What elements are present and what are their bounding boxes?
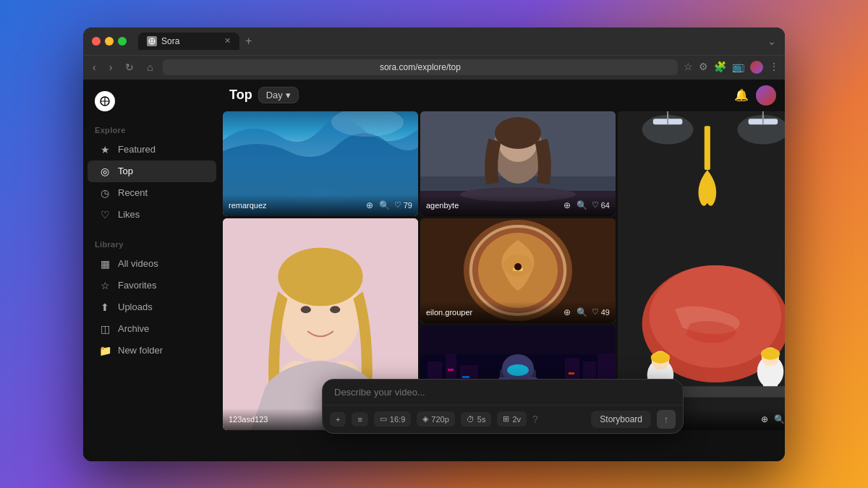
sidebar-item-top[interactable]: ◎ Top: [88, 160, 216, 182]
nav-home-button[interactable]: ⌂: [143, 59, 156, 75]
traffic-lights: [92, 37, 127, 46]
storyboard-button[interactable]: Storyboard: [591, 411, 651, 428]
sidebar-item-uploads[interactable]: ⬆ Uploads: [88, 296, 216, 318]
sidebar-item-uploads-label: Uploads: [118, 301, 153, 312]
archive-icon: ◫: [99, 323, 111, 335]
video-username-remarquez: remarquez: [229, 201, 362, 210]
video-card-agenbyte[interactable]: agenbyte ⊕ 🔍 ♡ 64: [420, 111, 616, 216]
tab-title: Sora: [161, 36, 179, 46]
resolution-button[interactable]: ◈ 720p: [417, 411, 454, 427]
window-collapse-icon[interactable]: ⌄: [767, 35, 776, 47]
plus-icon: +: [336, 415, 340, 424]
nav-back-button[interactable]: ‹: [89, 59, 100, 75]
more-icon[interactable]: ⋮: [769, 61, 779, 74]
sidebar-item-new-folder-label: New folder: [118, 345, 163, 356]
nav-forward-button[interactable]: ›: [106, 59, 116, 75]
all-videos-icon: ▦: [99, 258, 111, 270]
text-tool-button[interactable]: ≡: [352, 412, 367, 427]
app-logo[interactable]: [83, 88, 221, 123]
favorites-icon: ☆: [99, 280, 111, 291]
video-overlay-remarquez: remarquez ⊕ 🔍 ♡ 79: [223, 194, 418, 216]
svg-point-28: [651, 351, 670, 363]
video-save-icon-agenbyte[interactable]: ⊕: [562, 199, 572, 212]
add-button[interactable]: +: [330, 412, 346, 427]
minimize-button[interactable]: [105, 37, 114, 46]
bookmark-icon[interactable]: ☆: [684, 61, 693, 74]
likes-count-5: 49: [601, 308, 610, 317]
video-search-icon-remarquez[interactable]: 🔍: [378, 199, 391, 212]
address-bar: ‹ › ↻ ⌂ ☆ ⚙ 🧩 📺 ⋮: [83, 55, 785, 80]
title-bar: Sora ✕ + ⌄: [83, 27, 785, 55]
main-topbar: Top Day ▾ 🔔: [221, 80, 785, 111]
sidebar-item-all-videos[interactable]: ▦ All videos: [88, 253, 216, 275]
duration-button[interactable]: ⏱ 5s: [461, 412, 492, 427]
sidebar: Explore ★ Featured ◎ Top ◷ Recent ♡ Like…: [83, 80, 221, 461]
sidebar-item-favorites[interactable]: ☆ Favorites: [88, 275, 216, 296]
sidebar-item-featured[interactable]: ★ Featured: [88, 139, 216, 160]
new-folder-icon: 📁: [99, 345, 111, 356]
clips-icon: ⊞: [503, 414, 509, 424]
active-tab[interactable]: Sora ✕: [138, 33, 239, 50]
svg-point-38: [330, 306, 340, 313]
text-icon: ≡: [357, 415, 362, 424]
featured-icon: ★: [99, 144, 111, 155]
video-search-icon-agenbyte[interactable]: 🔍: [575, 199, 589, 212]
profile-icon[interactable]: [750, 61, 763, 74]
video-card-eilon[interactable]: eilon.grouper ⊕ 🔍 ♡ 49: [420, 218, 616, 323]
video-card-remarquez[interactable]: remarquez ⊕ 🔍 ♡ 79: [223, 111, 418, 216]
sidebar-item-favorites-label: Favorites: [118, 280, 156, 291]
video-save-icon-meat[interactable]: ⊕: [760, 413, 770, 426]
period-chevron-icon: ▾: [286, 90, 291, 100]
sidebar-item-archive-label: Archive: [118, 323, 149, 334]
svg-point-20: [642, 115, 694, 145]
svg-rect-59: [569, 372, 574, 374]
submit-button[interactable]: ↑: [657, 410, 676, 429]
recent-icon: ◷: [99, 187, 111, 199]
sidebar-item-new-folder[interactable]: 📁 New folder: [88, 340, 216, 361]
address-input[interactable]: [163, 59, 678, 75]
video-likes-agenbyte: ♡ 64: [592, 200, 610, 210]
close-button[interactable]: [92, 37, 101, 46]
tab-bar: Sora ✕ +: [138, 33, 762, 50]
svg-point-36: [278, 247, 362, 306]
sidebar-item-archive[interactable]: ◫ Archive: [88, 318, 216, 340]
sidebar-item-all-videos-label: All videos: [118, 258, 158, 269]
video-overlay-agenbyte: agenbyte ⊕ 🔍 ♡ 64: [420, 194, 616, 216]
likes-count: 79: [404, 201, 412, 210]
new-tab-button[interactable]: +: [242, 35, 255, 48]
nav-refresh-button[interactable]: ↻: [122, 59, 137, 75]
video-save-icon-eilon[interactable]: ⊕: [562, 306, 572, 319]
svg-point-32: [761, 348, 780, 359]
video-likes-remarquez: ♡ 79: [394, 200, 412, 210]
maximize-button[interactable]: [118, 37, 127, 46]
main-area: Top Day ▾ 🔔: [221, 80, 785, 461]
library-section-label: Library: [83, 237, 221, 253]
page-title: Top: [229, 87, 252, 103]
sidebar-item-likes-label: Likes: [118, 209, 140, 220]
help-button[interactable]: ?: [532, 414, 538, 425]
notifications-icon[interactable]: 🔔: [734, 88, 749, 102]
user-avatar[interactable]: [756, 85, 776, 106]
likes-icon: ♡: [99, 209, 111, 221]
video-username-agenbyte: agenbyte: [426, 201, 559, 210]
video-search-icon-meat[interactable]: 🔍: [773, 413, 785, 426]
sidebar-item-likes[interactable]: ♡ Likes: [88, 204, 216, 226]
cast-icon[interactable]: 📺: [732, 61, 744, 74]
video-save-icon-remarquez[interactable]: ⊕: [365, 199, 375, 212]
likes-count-2: 64: [601, 201, 610, 210]
tab-close-icon[interactable]: ✕: [224, 36, 231, 46]
period-selector[interactable]: Day ▾: [258, 87, 299, 103]
sidebar-item-recent[interactable]: ◷ Recent: [88, 182, 216, 204]
aspect-label: 16:9: [390, 415, 405, 424]
settings-icon[interactable]: ⚙: [699, 61, 708, 74]
app-content: Explore ★ Featured ◎ Top ◷ Recent ♡ Like…: [83, 80, 785, 461]
aspect-ratio-button[interactable]: ▭ 16:9: [374, 411, 411, 427]
svg-point-63: [507, 364, 529, 376]
video-search-icon-eilon[interactable]: 🔍: [575, 306, 589, 319]
clips-button[interactable]: ⊞ 2v: [497, 411, 527, 427]
logo-icon: [95, 91, 115, 111]
prompt-input[interactable]: [323, 380, 683, 405]
topbar-right: 🔔: [734, 85, 776, 106]
svg-rect-22: [705, 126, 710, 170]
extensions-icon[interactable]: 🧩: [714, 61, 726, 74]
